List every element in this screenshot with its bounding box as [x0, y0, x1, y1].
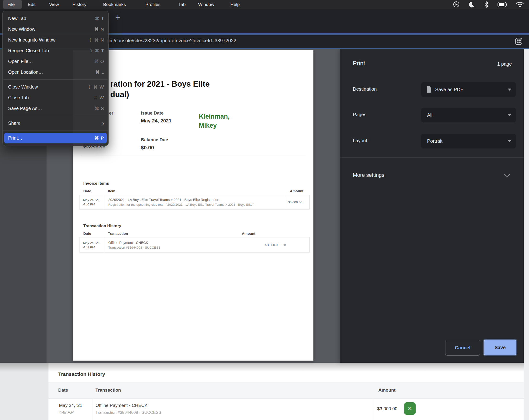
- url-text[interactable]: om/console/sites/23232/updateInvoice?inv…: [107, 38, 236, 43]
- cell-date: May 24, '21: [59, 403, 82, 408]
- menubar-item-help[interactable]: Help: [230, 0, 240, 9]
- column-divider: [374, 398, 374, 420]
- invoice-title-line2: dual): [110, 90, 129, 99]
- print-dialog-title: Print: [353, 60, 365, 67]
- menu-item-shortcut: ⌘ P: [94, 135, 104, 141]
- chevron-down-icon: [508, 140, 511, 142]
- column-header-amount: Amount: [238, 232, 310, 236]
- print-preview-page: ration for 2021 - Boys Elite dual) er Is…: [73, 50, 313, 361]
- cell-time: 4:40 PM: [83, 203, 104, 206]
- delete-transaction-icon-preview: ✖: [283, 243, 286, 247]
- menubar-item-file[interactable]: File: [7, 0, 15, 9]
- file-menu: New Tab ⌘ T New Window ⌘ N New Incognito…: [2, 11, 109, 146]
- cell-date: May 24, '21: [83, 198, 104, 202]
- menubar-item-history[interactable]: History: [72, 0, 86, 9]
- delete-transaction-button[interactable]: ✕: [404, 402, 416, 415]
- balance-due-label: Balance Due: [141, 137, 168, 143]
- battery-icon[interactable]: [498, 2, 507, 7]
- save-button-label: Save: [495, 345, 506, 350]
- menu-item-new-window[interactable]: New Window ⌘ N: [3, 24, 108, 35]
- menu-item-shortcut: ⇧ ⌘ T: [89, 48, 104, 53]
- pages-value: All: [427, 112, 432, 118]
- cell-transaction-title: Offline Payment - CHECK: [95, 403, 147, 408]
- chevron-down-icon: [508, 89, 511, 91]
- transaction-history-table: Date Transaction Amount May 24, '21 4:48…: [79, 230, 310, 253]
- cell-time: 4:48 PM: [83, 246, 104, 249]
- submenu-chevron-icon: ›: [102, 121, 104, 126]
- menu-item-new-tab[interactable]: New Tab ⌘ T: [3, 13, 108, 24]
- menu-item-shortcut: ⇧ ⌘ W: [88, 84, 104, 90]
- table-row: May 24, '21 4:48 PM Offline Payment - CH…: [79, 237, 310, 253]
- menu-item-reopen-closed-tab[interactable]: Reopen Closed Tab ⇧ ⌘ T: [3, 45, 108, 56]
- bluetooth-icon[interactable]: [484, 1, 489, 8]
- layout-dropdown[interactable]: Portrait: [421, 134, 516, 148]
- menubar-item-tab[interactable]: Tab: [178, 0, 186, 9]
- column-divider: [92, 398, 92, 420]
- print-dialog: Print 1 page Destination Save as PDF Pag…: [340, 49, 524, 363]
- recipient-name-line1: Kleinman,: [199, 113, 230, 120]
- save-button[interactable]: Save: [484, 340, 516, 355]
- menubar-item-edit[interactable]: Edit: [28, 0, 36, 9]
- menu-item-close-tab[interactable]: Close Tab ⌘ W: [3, 92, 108, 103]
- menu-item-label: Save Page As…: [8, 106, 42, 111]
- menubar-item-window[interactable]: Window: [198, 0, 214, 9]
- more-settings-row[interactable]: More settings: [340, 166, 524, 183]
- menubar-item-profiles[interactable]: Profiles: [145, 0, 160, 9]
- column-header-date: Date: [79, 232, 104, 236]
- new-tab-button[interactable]: +: [115, 12, 120, 22]
- page-count: 1 page: [497, 61, 512, 67]
- destination-label: Destination: [353, 86, 377, 92]
- menu-item-print[interactable]: Print… ⌘ P: [4, 133, 107, 144]
- chevron-down-icon: [508, 114, 511, 116]
- column-header-transaction: Transaction: [104, 232, 238, 236]
- cell-amount: $3,000.00: [265, 243, 279, 247]
- column-header-amount: Amount: [378, 388, 396, 393]
- menu-divider: [3, 116, 108, 116]
- moon-dark-mode-icon[interactable]: [468, 1, 475, 8]
- column-header-amount: Amount: [285, 189, 310, 193]
- menu-item-label: Open Location…: [8, 69, 43, 75]
- wifi-icon[interactable]: [516, 1, 524, 7]
- menubar-item-bookmarks[interactable]: Bookmarks: [103, 0, 126, 9]
- destination-dropdown[interactable]: Save as PDF: [421, 82, 516, 97]
- play-circle-icon[interactable]: [453, 1, 460, 8]
- page-scrollbar[interactable]: [524, 49, 529, 420]
- more-settings-label: More settings: [353, 172, 384, 178]
- menu-item-label: New Window: [8, 26, 35, 32]
- menu-item-share[interactable]: Share ›: [3, 118, 108, 129]
- cell-item-desc: Registration for the upcoming club team …: [108, 203, 285, 206]
- invoice-items-title: Invoice Items: [83, 181, 109, 186]
- menu-divider: [3, 79, 108, 80]
- cell-transaction-detail: Transaction #35944008 · SUCCESS: [95, 410, 161, 415]
- menu-item-label: New Incognito Window: [8, 37, 55, 43]
- menu-item-shortcut: ⌘ L: [95, 69, 104, 75]
- cell-transaction-title: Offline Payment - CHECK: [108, 241, 238, 245]
- screen: Transaction History Date Transaction Amo…: [0, 0, 529, 420]
- page-behind-dialog: Transaction History Date Transaction Amo…: [0, 363, 529, 420]
- recipient-name-line2: Mikey: [199, 122, 217, 129]
- column-header-item: Item: [104, 189, 285, 193]
- menu-item-close-window[interactable]: Close Window ⇧ ⌘ W: [3, 82, 108, 92]
- menu-item-label: Print…: [8, 135, 22, 141]
- menu-item-shortcut: ⌘ O: [94, 59, 104, 64]
- invoice-items-table: Date Item Amount May 24, '21 4:40 PM 202…: [79, 187, 310, 210]
- section-title: Transaction History: [58, 371, 105, 377]
- menubar-item-view[interactable]: View: [49, 0, 59, 9]
- menu-item-open-location[interactable]: Open Location… ⌘ L: [3, 67, 108, 78]
- column-header-date: Date: [58, 388, 68, 393]
- issue-date-label: Issue Date: [141, 110, 163, 116]
- transaction-history-title: Transaction History: [83, 223, 121, 228]
- menu-item-new-incognito-window[interactable]: New Incognito Window ⇧ ⌘ N: [3, 35, 108, 45]
- cell-time: 4:48 PM: [58, 410, 74, 415]
- menu-item-save-page-as[interactable]: Save Page As… ⌘ S: [3, 103, 108, 114]
- menu-item-open-file[interactable]: Open File… ⌘ O: [3, 56, 108, 67]
- menu-item-label: Share: [8, 120, 21, 126]
- layout-value: Portrait: [427, 138, 442, 144]
- divider: [340, 157, 524, 158]
- invoice-title-line1: ration for 2021 - Boys Elite: [110, 79, 210, 89]
- cell-date: May 24, '21: [83, 241, 104, 245]
- cancel-button[interactable]: Cancel: [445, 340, 480, 355]
- tab-groups-icon[interactable]: [515, 37, 523, 45]
- balance-due-value: $0.00: [141, 144, 154, 151]
- pages-dropdown[interactable]: All: [421, 108, 516, 122]
